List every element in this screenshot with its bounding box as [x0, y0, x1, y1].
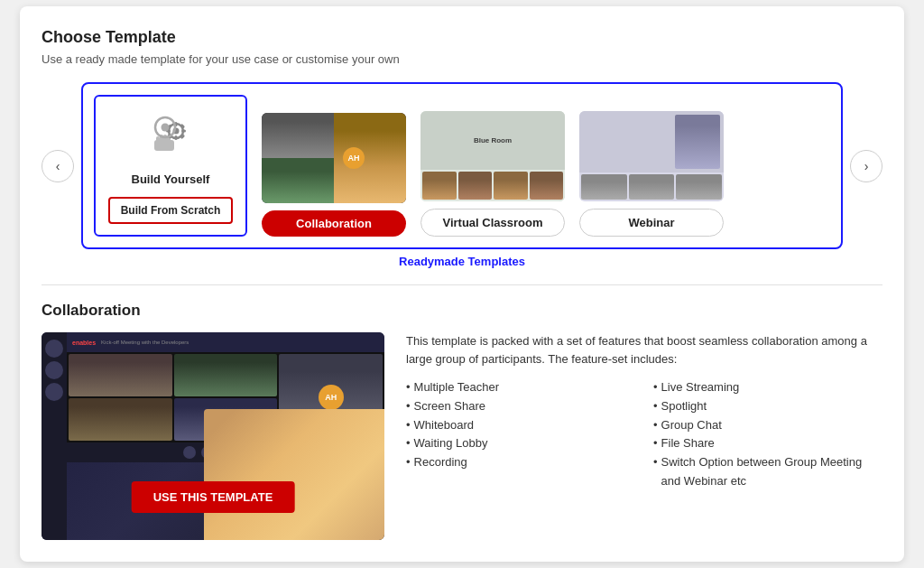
sidebar-avatar-2	[45, 361, 63, 379]
webinar-person	[675, 115, 720, 169]
collaboration-thumbnail: AH	[262, 113, 406, 203]
classroom-faces	[420, 170, 565, 201]
video-face-1	[69, 354, 172, 396]
collaboration-select-button[interactable]: Collaboration	[262, 210, 406, 237]
feature-item: • Recording	[406, 453, 635, 472]
app-header: enables Kick-off Meeting with the Develo…	[67, 332, 384, 352]
carousel-prev-button[interactable]: ‹	[42, 150, 74, 182]
feature-item: • Live Streaming	[653, 378, 882, 397]
features-grid: • Multiple Teacher • Screen Share • Whit…	[406, 378, 882, 491]
cf1	[422, 172, 457, 200]
cf2	[458, 172, 493, 200]
classroom-preview: Blue Room	[420, 111, 565, 201]
collab-faces: AH	[262, 113, 406, 203]
cf3	[494, 172, 528, 200]
webinar-faces	[579, 172, 724, 201]
main-container: Choose Template Use a ready made templat…	[20, 6, 904, 562]
gear-icon	[142, 111, 199, 165]
wf1	[581, 174, 627, 200]
video-face-3	[174, 354, 278, 396]
svg-point-17	[162, 124, 170, 132]
collab-description: This template is packed with a set of fe…	[406, 332, 882, 540]
feature-item: • Whiteboard	[406, 416, 635, 435]
svg-rect-2	[156, 136, 160, 145]
ah-video-badge: AH	[319, 385, 344, 410]
collab-content: enables Kick-off Meeting with the Develo…	[42, 332, 882, 540]
sidebar-avatar-3	[45, 383, 63, 401]
wf2	[629, 174, 675, 200]
template-card-webinar: Webinar	[579, 111, 724, 237]
virtual-classroom-select-button[interactable]: Virtual Classroom	[420, 209, 565, 237]
section-title: Choose Template	[42, 28, 882, 47]
feature-item: • Screen Share	[406, 397, 635, 416]
header-text: Kick-off Meeting with the Developers	[101, 340, 189, 345]
carousel-next-button[interactable]: ›	[850, 150, 882, 182]
section-subtitle: Use a ready made template for your use c…	[42, 52, 882, 66]
feature-item: • File Share	[653, 434, 882, 453]
app-sidebar	[42, 332, 67, 540]
app-logo: enables	[72, 340, 96, 346]
collab-image: enables Kick-off Meeting with the Develo…	[42, 332, 384, 540]
feature-item: • Waiting Lobby	[406, 434, 635, 453]
webinar-preview	[579, 111, 724, 201]
detail-section-title: Collaboration	[42, 302, 882, 320]
feature-item: • Spotlight	[653, 397, 882, 416]
ctrl-btn-1	[183, 446, 196, 459]
feature-item: • Multiple Teacher	[406, 378, 635, 397]
template-card-virtual-classroom: Blue Room Virtual Classroom	[420, 111, 565, 237]
template-carousel: ‹	[42, 82, 882, 249]
feature-item: • Group Chat	[653, 416, 882, 435]
classroom-board: Blue Room	[420, 111, 565, 170]
features-left-col: • Multiple Teacher • Screen Share • Whit…	[406, 378, 635, 491]
cf4	[530, 172, 564, 200]
wf3	[676, 174, 722, 200]
virtual-classroom-thumbnail: Blue Room	[420, 111, 565, 201]
face-topleft	[262, 113, 334, 158]
sidebar-avatar-1	[45, 340, 63, 358]
section-divider	[42, 284, 882, 285]
video-face-4	[69, 398, 172, 441]
build-from-scratch-button[interactable]: Build From Scratch	[108, 197, 234, 224]
webinar-select-button[interactable]: Webinar	[579, 209, 724, 237]
face-main: AH	[334, 113, 406, 203]
use-template-button[interactable]: USE THIS TEMPLATE	[132, 481, 295, 513]
face-bottomleft	[262, 158, 334, 203]
collab-image-inner: enables Kick-off Meeting with the Develo…	[42, 332, 384, 540]
feature-item-last: • Switch Option between Group Meeting an…	[653, 453, 882, 491]
ah-badge: AH	[343, 147, 365, 169]
description-text: This template is packed with a set of fe…	[406, 332, 882, 368]
webinar-top	[579, 111, 724, 172]
carousel-inner: Build Yourself Build From Scratch AH Col…	[81, 82, 843, 249]
svg-rect-11	[181, 130, 186, 133]
features-right-col: • Live Streaming • Spotlight • Group Cha…	[653, 378, 882, 491]
webinar-thumbnail	[579, 111, 724, 201]
build-yourself-label: Build Yourself	[132, 172, 210, 186]
presenter-face	[204, 409, 384, 540]
template-card-collaboration: AH Collaboration	[262, 113, 406, 237]
build-yourself-card: Build Yourself Build From Scratch	[94, 95, 247, 237]
readymade-label: Readymade Templates	[42, 255, 882, 268]
svg-rect-9	[175, 135, 178, 140]
